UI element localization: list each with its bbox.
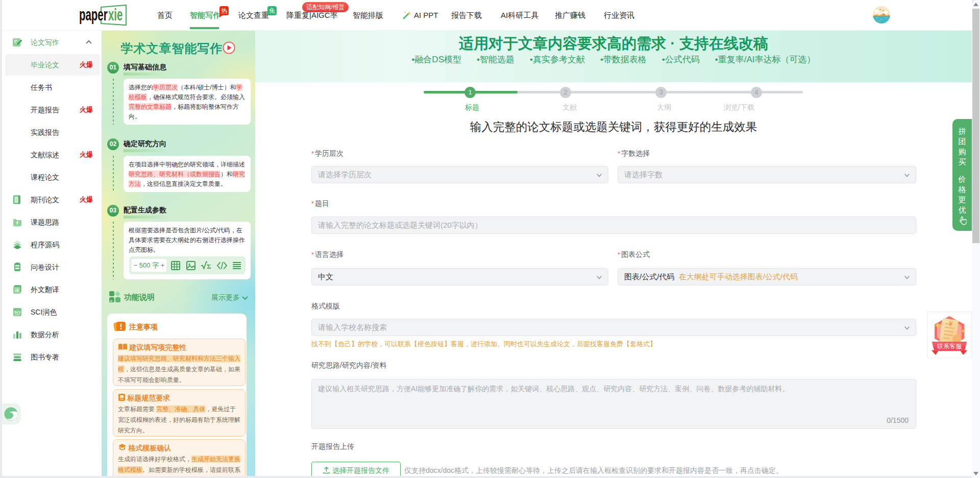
svg-text:Σ: Σ — [207, 262, 211, 270]
svg-text:xie: xie — [108, 5, 122, 24]
svg-text:paper: paper — [79, 5, 108, 24]
svg-text:联系客服: 联系客服 — [937, 343, 962, 350]
svg-text:SCI: SCI — [14, 310, 21, 315]
svg-text:译: 译 — [15, 288, 19, 293]
